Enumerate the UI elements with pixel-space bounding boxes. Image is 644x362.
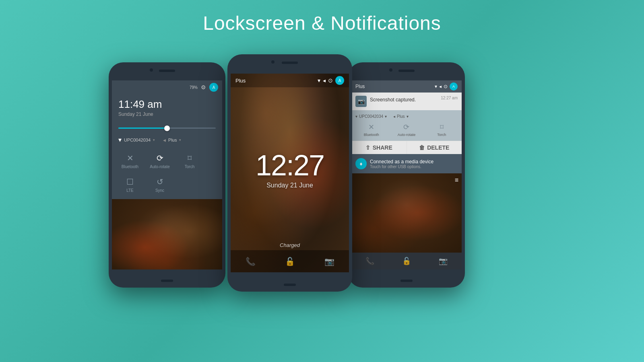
- toggle-bluetooth[interactable]: ✕ Bluetooth: [116, 150, 144, 172]
- right-wallpaper-overlay: [351, 173, 462, 253]
- avatar-icon[interactable]: A: [209, 83, 218, 92]
- autorotate-label: Auto-rotate: [150, 165, 169, 169]
- phone-left-home: [161, 280, 173, 282]
- toggle-sync[interactable]: ↺ Sync: [146, 174, 174, 196]
- lte-icon: ☐: [126, 177, 134, 187]
- notif-app-icon: 📷: [355, 96, 367, 107]
- phone-mid-home: [284, 284, 296, 286]
- mid-wallpaper: Plus ▾ ◂ ⊙ A 12:27 Sunday 21 June Charge…: [231, 74, 349, 272]
- left-signal-item[interactable]: ◂ Plus ▾: [163, 136, 181, 144]
- settings-icon[interactable]: ⚙: [201, 84, 206, 90]
- phones-container: 79% ⚙ A 11:49 am Sunday 21 June ▾: [0, 46, 644, 328]
- delete-button[interactable]: 🗑 DELETE: [407, 141, 462, 154]
- phone-left-speaker: [159, 70, 175, 72]
- phone-mid-screen: Plus ▾ ◂ ⊙ A 12:27 Sunday 21 June Charge…: [231, 74, 349, 272]
- page-title: Lockscreen & Notifications: [203, 12, 441, 34]
- phone-left-screen: 79% ⚙ A 11:49 am Sunday 21 June ▾: [112, 80, 222, 269]
- right-phone-icon[interactable]: 📞: [365, 257, 374, 265]
- usb-icon: ♦: [355, 158, 367, 169]
- right-toggle-bluetooth[interactable]: ✕ Bluetooth: [359, 123, 384, 137]
- usb-text: Connected as a media device Touch for ot…: [370, 159, 433, 169]
- brightness-thumb: [164, 125, 170, 131]
- brightness-bar[interactable]: [112, 123, 222, 133]
- delete-label: DELETE: [427, 144, 449, 151]
- brightness-fill: [118, 128, 167, 129]
- sync-label: Sync: [155, 188, 164, 193]
- right-alarm-icon: ⊙: [444, 84, 448, 89]
- right-camera-icon[interactable]: 📷: [439, 257, 448, 265]
- toggle-torch[interactable]: ⌑ Torch: [175, 150, 204, 172]
- phone-right-screen: Plus ▾ ◂ ⊙ A 📷 Screenshot captured. 12:2…: [351, 80, 462, 269]
- right-wifi-item[interactable]: ▾ UPC0042034 ▾: [355, 114, 387, 119]
- leaf-overlay: [112, 199, 222, 269]
- mid-clock: 12:27 Sunday 21 June: [256, 149, 324, 189]
- right-status-bar: Plus ▾ ◂ ⊙ A: [351, 80, 462, 93]
- mid-signal-icon: ◂: [323, 77, 326, 84]
- phone-right-speaker: [398, 70, 415, 72]
- right-wifi-icon: ▾: [435, 84, 437, 89]
- torch-label: Torch: [185, 165, 194, 169]
- signal-dropdown-icon: ▾: [179, 138, 181, 142]
- share-label: SHARE: [373, 144, 392, 151]
- phone-right-home: [400, 280, 413, 282]
- toggle-autorotate[interactable]: ⟳ Auto-rotate: [146, 150, 174, 172]
- mid-wifi-icon: ▾: [318, 77, 320, 84]
- mid-time-display: 12:27: [256, 149, 324, 182]
- left-status-bar: 79% ⚙ A: [112, 80, 222, 94]
- right-status-icons: ▾ ◂ ⊙ A: [435, 82, 458, 90]
- notif-title: Screenshot captured.: [370, 97, 416, 103]
- phone-mid-speaker: [282, 62, 298, 64]
- phone-right-camera: [389, 68, 392, 72]
- right-torch-label: Torch: [437, 133, 446, 137]
- bluetooth-icon: ✕: [127, 153, 134, 163]
- mid-lock-icon[interactable]: 🔓: [285, 257, 295, 266]
- right-menu-icon[interactable]: ≡: [455, 177, 458, 184]
- right-wallpaper: ≡: [351, 173, 462, 253]
- left-signal-name: Plus: [168, 138, 177, 142]
- battery-indicator: 79%: [190, 85, 198, 90]
- toggle-lte[interactable]: ☐ LTE: [116, 174, 144, 196]
- right-torch-icon: ⌑: [440, 123, 444, 132]
- left-quick-toggles: ✕ Bluetooth ⟳ Auto-rotate ⌑ Torch ☐ LTE …: [112, 147, 222, 199]
- right-bluetooth-icon: ✕: [368, 123, 374, 132]
- right-autorotate-icon: ⟳: [403, 123, 409, 132]
- right-app-name: Plus: [355, 84, 365, 89]
- mid-camera-icon[interactable]: 📷: [324, 257, 334, 266]
- usb-subtitle: Touch for other USB options.: [370, 165, 433, 169]
- right-toggles-row: ✕ Bluetooth ⟳ Auto-rotate ⌑ Torch: [351, 121, 462, 138]
- right-toggle-autorotate[interactable]: ⟳ Auto-rotate: [394, 123, 419, 137]
- wifi-dropdown-icon: ▾: [153, 138, 155, 142]
- right-bottom-bar: 📞 🔓 📷: [351, 253, 462, 269]
- share-icon: ⇧: [365, 144, 370, 151]
- phone-mid-camera: [271, 60, 275, 64]
- left-clock: 11:49 am: [118, 98, 216, 111]
- torch-icon: ⌑: [188, 153, 192, 163]
- mid-status-icons: ▾ ◂ ⊙ A: [318, 76, 344, 85]
- right-signal-icon2: ◂: [393, 114, 395, 119]
- right-bluetooth-label: Bluetooth: [364, 133, 379, 137]
- right-signal-item[interactable]: ◂ Plus ▾: [393, 114, 408, 119]
- right-toggle-torch[interactable]: ⌑ Torch: [429, 123, 454, 137]
- right-screenshot-notification[interactable]: 📷 Screenshot captured. 12:27 am: [351, 93, 462, 110]
- usb-title: Connected as a media device: [370, 159, 433, 165]
- phone-mid: Plus ▾ ◂ ⊙ A 12:27 Sunday 21 June Charge…: [227, 54, 352, 292]
- right-wifi-drop: ▾: [385, 114, 387, 119]
- mid-status-bar: Plus ▾ ◂ ⊙ A: [231, 74, 349, 87]
- right-wifi-name: UPC0042034: [359, 114, 383, 119]
- right-lock-icon[interactable]: 🔓: [402, 257, 411, 265]
- usb-notification[interactable]: ♦ Connected as a media device Touch for …: [351, 154, 462, 173]
- mid-phone-icon[interactable]: 📞: [246, 257, 256, 266]
- left-wifi-item[interactable]: ▾ UPC0042034 ▾: [118, 136, 155, 144]
- left-wallpaper: [112, 199, 222, 269]
- right-avatar[interactable]: A: [450, 82, 458, 90]
- autorotate-icon: ⟳: [157, 153, 163, 163]
- brightness-track: [118, 128, 216, 129]
- right-quick-toggles: ▾ UPC0042034 ▾ ◂ Plus ▾ ✕ Bluetooth: [351, 110, 462, 141]
- mid-avatar[interactable]: A: [335, 76, 344, 85]
- phone-left: 79% ⚙ A 11:49 am Sunday 21 June ▾: [109, 62, 225, 288]
- share-button[interactable]: ⇧ SHARE: [351, 141, 407, 154]
- left-date: Sunday 21 June: [118, 111, 216, 117]
- mid-date-display: Sunday 21 June: [256, 182, 324, 189]
- right-network-row: ▾ UPC0042034 ▾ ◂ Plus ▾: [351, 113, 462, 121]
- phone-right: Plus ▾ ◂ ⊙ A 📷 Screenshot captured. 12:2…: [348, 62, 465, 288]
